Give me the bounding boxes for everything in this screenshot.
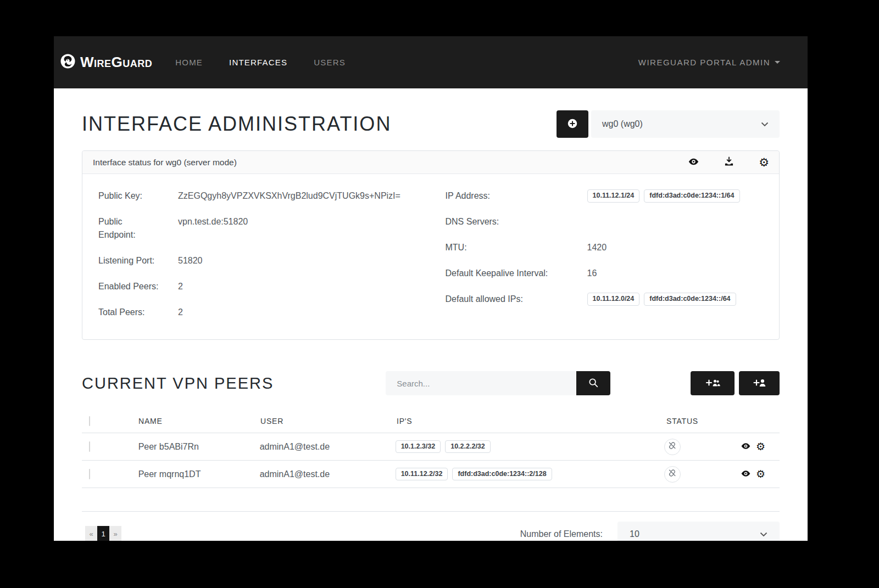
peers-table: NAME USER IP'S STATUS Peer b5ABi7Rn admi… bbox=[82, 410, 780, 512]
peer-name: Peer mqrnq1DT bbox=[138, 469, 260, 479]
add-multiple-peers-button[interactable] bbox=[691, 371, 735, 395]
allowed-ips-row: Default allowed IPs: 10.11.12.0/24 fdfd:… bbox=[446, 293, 766, 306]
peer-name: Peer b5ABi7Rn bbox=[138, 442, 260, 452]
nav-home[interactable]: HOME bbox=[162, 52, 216, 72]
field-value: 2 bbox=[178, 306, 183, 319]
ip-badge: 10.2.2.2/32 bbox=[445, 440, 491, 453]
field-value: 1420 bbox=[587, 241, 607, 254]
ip-address-row: IP Address: 10.11.12.1/24 fdfd:d3ad:c0de… bbox=[446, 189, 766, 203]
peer-search bbox=[386, 371, 610, 395]
column-header-status: STATUS bbox=[666, 417, 743, 425]
gear-icon: ⚙ bbox=[756, 441, 765, 452]
table-footer-divider bbox=[82, 488, 780, 512]
column-header-name: NAME bbox=[138, 417, 260, 425]
field-label: Enabled Peers: bbox=[98, 280, 160, 293]
ip-badge: 10.11.12.1/24 bbox=[587, 189, 640, 203]
search-button[interactable] bbox=[576, 371, 610, 395]
show-config-button[interactable] bbox=[688, 156, 699, 169]
chevron-down-icon bbox=[760, 529, 767, 539]
row-checkbox[interactable] bbox=[89, 441, 90, 452]
dns-servers-row: DNS Servers: bbox=[446, 215, 766, 228]
public-endpoint-row: Public Endpoint: vpn.test.de:51820 bbox=[98, 215, 432, 242]
user-menu[interactable]: WIREGUARD PORTAL ADMIN bbox=[638, 58, 780, 67]
field-value: ZzEGQgyh8yVPZXVKSXhVrgB2lud9CVjTUGk9s+NP… bbox=[178, 189, 400, 203]
ip-badge: 10.1.2.3/32 bbox=[396, 440, 441, 453]
pagination-prev[interactable]: « bbox=[85, 526, 97, 541]
ip-badge: fdfd:d3ad:c0de:1234::/64 bbox=[644, 293, 736, 306]
field-label: Public Endpoint: bbox=[98, 215, 160, 242]
field-label: Default Keepalive Interval: bbox=[446, 267, 561, 280]
add-user-icon bbox=[752, 377, 766, 390]
table-row: Peer b5ABi7Rn adminA1@test.de 10.1.2.3/3… bbox=[82, 433, 780, 460]
view-peer-button[interactable] bbox=[741, 468, 751, 480]
nav-interfaces[interactable]: INTERFACES bbox=[216, 52, 301, 72]
wireguard-logo-icon bbox=[60, 54, 75, 71]
column-header-user: USER bbox=[260, 417, 397, 425]
field-value: 16 bbox=[587, 267, 597, 280]
select-all-checkbox[interactable] bbox=[89, 416, 90, 426]
status-badge bbox=[664, 439, 681, 455]
ip-badge: fdfd:d3ad:c0de:1234::1/64 bbox=[644, 189, 739, 203]
row-checkbox[interactable] bbox=[89, 469, 90, 479]
enabled-peers-row: Enabled Peers: 2 bbox=[98, 280, 432, 293]
interface-select[interactable]: wg0 (wg0) bbox=[591, 110, 780, 138]
view-peer-button[interactable] bbox=[741, 441, 751, 453]
add-users-icon bbox=[704, 377, 721, 390]
download-config-button[interactable] bbox=[724, 156, 735, 169]
caret-down-icon bbox=[775, 61, 780, 64]
download-icon bbox=[724, 156, 735, 169]
field-value: 2 bbox=[178, 280, 183, 293]
peer-settings-button[interactable]: ⚙ bbox=[756, 441, 765, 452]
interface-settings-button[interactable]: ⚙ bbox=[759, 156, 769, 168]
gear-icon: ⚙ bbox=[759, 156, 769, 168]
ip-badge: fdfd:d3ad:c0de:1234::2/128 bbox=[452, 468, 552, 480]
pagination-page-1[interactable]: 1 bbox=[97, 526, 109, 541]
eye-icon bbox=[688, 156, 699, 169]
field-value: vpn.test.de:51820 bbox=[178, 215, 248, 242]
eye-icon bbox=[741, 468, 751, 480]
search-icon bbox=[588, 377, 599, 390]
status-badge bbox=[664, 466, 681, 483]
field-label: Listening Port: bbox=[98, 254, 160, 267]
plus-circle-icon bbox=[566, 117, 578, 131]
page-title: INTERFACE ADMINISTRATION bbox=[82, 113, 391, 136]
status-right-column: IP Address: 10.11.12.1/24 fdfd:d3ad:c0de… bbox=[432, 189, 766, 332]
elements-label: Number of Elements: bbox=[520, 529, 603, 539]
brand-name: WireGuard bbox=[80, 54, 152, 71]
add-peer-button[interactable] bbox=[739, 371, 780, 395]
peer-settings-button[interactable]: ⚙ bbox=[756, 469, 765, 479]
ip-badge: 10.11.12.0/24 bbox=[587, 293, 640, 306]
field-label: Default allowed IPs: bbox=[446, 293, 561, 306]
keepalive-row: Default Keepalive Interval: 16 bbox=[446, 267, 766, 280]
eye-icon bbox=[741, 441, 751, 453]
pagination: « 1 » bbox=[85, 526, 121, 541]
column-header-ips: IP'S bbox=[397, 417, 666, 425]
field-label: MTU: bbox=[446, 241, 561, 254]
navbar: WireGuard HOME INTERFACES USERS WIREGUAR… bbox=[54, 36, 808, 88]
total-peers-row: Total Peers: 2 bbox=[98, 306, 432, 319]
add-interface-button[interactable] bbox=[557, 110, 588, 138]
public-key-row: Public Key: ZzEGQgyh8yVPZXVKSXhVrgB2lud9… bbox=[98, 189, 432, 203]
nav-users[interactable]: USERS bbox=[301, 52, 359, 72]
field-label: DNS Servers: bbox=[446, 215, 561, 228]
brand[interactable]: WireGuard bbox=[60, 54, 152, 71]
table-header-row: NAME USER IP'S STATUS bbox=[82, 410, 780, 433]
app-window: WireGuard HOME INTERFACES USERS WIREGUAR… bbox=[54, 36, 808, 541]
ip-badge: 10.11.12.2/32 bbox=[396, 468, 448, 480]
link-slash-icon bbox=[667, 441, 677, 452]
field-label: IP Address: bbox=[446, 189, 561, 203]
card-title: Interface status for wg0 (server mode) bbox=[93, 158, 237, 167]
peers-section-title: CURRENT VPN PEERS bbox=[82, 374, 274, 393]
field-label: Total Peers: bbox=[98, 306, 160, 319]
chevron-down-icon bbox=[761, 119, 769, 129]
listening-port-row: Listening Port: 51820 bbox=[98, 254, 432, 267]
table-row: Peer mqrnq1DT adminA1@test.de 10.11.12.2… bbox=[82, 460, 780, 488]
interface-select-value: wg0 (wg0) bbox=[602, 119, 643, 129]
elements-select[interactable]: 10 bbox=[617, 522, 780, 541]
field-label: Public Key: bbox=[98, 189, 160, 203]
elements-select-value: 10 bbox=[630, 529, 639, 539]
pagination-next[interactable]: » bbox=[109, 526, 121, 541]
main-nav: HOME INTERFACES USERS bbox=[162, 52, 359, 72]
mtu-row: MTU: 1420 bbox=[446, 241, 766, 254]
search-input[interactable] bbox=[386, 371, 576, 395]
